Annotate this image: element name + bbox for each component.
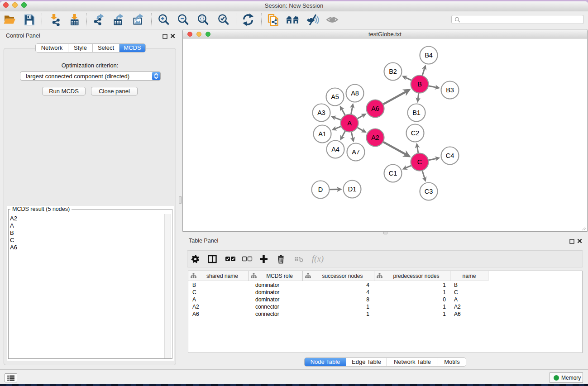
tab-style[interactable]: Style	[68, 44, 93, 52]
export-image-button[interactable]	[132, 13, 145, 27]
node-C[interactable]: C	[411, 153, 429, 171]
edge-C-C1[interactable]	[406, 166, 411, 168]
select-all-button[interactable]	[225, 255, 238, 266]
edge-A6-B[interactable]	[383, 92, 406, 105]
settings-button[interactable]	[191, 255, 204, 266]
zoom-selected-button[interactable]	[217, 13, 230, 27]
show-hidden-button[interactable]	[326, 13, 339, 27]
tab-mcds[interactable]: MCDS	[120, 44, 145, 52]
memory-button[interactable]: Memory	[550, 372, 583, 383]
table-panel-close-icon[interactable]	[577, 238, 582, 243]
tab-select[interactable]: Select	[93, 44, 120, 52]
refresh-button[interactable]	[241, 13, 255, 27]
import-table-button[interactable]	[67, 13, 81, 27]
split-view-button[interactable]	[208, 255, 220, 266]
node-A[interactable]: A	[341, 114, 359, 132]
duplicate-network-button[interactable]	[266, 13, 280, 27]
node-A6[interactable]: A6	[367, 100, 384, 118]
edge-B-B1[interactable]	[418, 93, 418, 99]
search-input[interactable]	[462, 16, 581, 23]
node-C2[interactable]: C2	[406, 124, 424, 142]
node-D[interactable]: D	[312, 181, 330, 199]
edge-A-A3[interactable]	[335, 118, 341, 120]
edge-C-C3[interactable]	[422, 171, 425, 178]
edge-A-A4[interactable]	[342, 131, 345, 138]
open-session-button[interactable]	[3, 13, 17, 27]
export-network-button[interactable]	[92, 13, 106, 27]
task-history-button[interactable]	[5, 373, 17, 382]
node-B4[interactable]: B4	[420, 47, 438, 64]
tab-network[interactable]: Network	[36, 44, 68, 52]
node-C3[interactable]: C3	[420, 183, 438, 200]
node-A4[interactable]: A4	[327, 141, 344, 158]
edge-A-A7[interactable]	[351, 132, 353, 139]
tab-motifs[interactable]: Motifs	[438, 358, 466, 366]
edge-A-A2[interactable]	[357, 128, 363, 131]
table-row[interactable]: A2connector11A2	[188, 303, 488, 310]
tab-edge-table[interactable]: Edge Table	[346, 358, 387, 366]
mcds-result-scrollbar[interactable]	[164, 214, 171, 358]
edge-B-B3[interactable]	[429, 86, 436, 87]
import-network-button[interactable]	[48, 13, 62, 27]
close-panel-button[interactable]: Close panel	[91, 87, 138, 95]
table-row[interactable]: Bdominator41B	[188, 281, 488, 289]
table-row[interactable]: Adominator80A	[188, 296, 488, 303]
show-all-button[interactable]	[286, 13, 299, 27]
column-header-predecessor-nodes[interactable]: predecessor nodes	[374, 271, 450, 281]
node-B[interactable]: B	[411, 76, 429, 93]
column-header-successor-nodes[interactable]: successor nodes	[303, 271, 374, 281]
node-A1[interactable]: A1	[314, 125, 331, 143]
delete-column-button[interactable]	[277, 255, 289, 266]
split-view-icon	[208, 255, 220, 264]
vertical-splitter-handle[interactable]	[179, 196, 182, 204]
table-panel-float-icon[interactable]	[569, 239, 574, 244]
edge-B-B2[interactable]	[405, 77, 411, 80]
zoom-fit-button[interactable]	[196, 13, 210, 27]
add-column-button[interactable]	[259, 255, 272, 266]
node-A2[interactable]: A2	[367, 129, 384, 147]
table-row[interactable]: Cdominator41C	[188, 289, 488, 296]
tab-node-table[interactable]: Node Table	[305, 358, 346, 366]
edge-A2-C[interactable]	[383, 142, 406, 155]
table-cell: A	[188, 296, 249, 303]
node-A5[interactable]: A5	[326, 88, 344, 106]
graph-nodes: B4B2BB3A8A5A6A3B1AC2A1A2A4A7C4CC1DD1C3	[312, 47, 459, 200]
column-header-shared-name[interactable]: shared name	[188, 271, 249, 281]
save-session-button[interactable]	[23, 13, 36, 27]
resize-grip-icon[interactable]	[581, 225, 587, 231]
node-A8[interactable]: A8	[346, 85, 364, 102]
deselect-all-button[interactable]	[242, 255, 255, 266]
search-box[interactable]	[451, 15, 584, 24]
horizontal-splitter-handle[interactable]	[383, 231, 387, 234]
network-canvas-svg[interactable]: B4B2BB3A8A5A6A3B1AC2A1A2A4A7C4CC1DD1C3	[183, 39, 587, 231]
node-A3[interactable]: A3	[313, 104, 330, 122]
edge-A-A8[interactable]	[351, 107, 353, 114]
edge-C-C2[interactable]	[417, 147, 418, 153]
node-C4[interactable]: C4	[441, 147, 459, 165]
node-B1[interactable]: B1	[408, 104, 425, 122]
table-row[interactable]: A6connector11A6	[188, 310, 488, 318]
node-A7[interactable]: A7	[347, 143, 365, 161]
node-D1[interactable]: D1	[344, 181, 361, 198]
hide-selected-button[interactable]	[306, 13, 320, 27]
edge-C-C4[interactable]	[429, 158, 437, 160]
node-C1[interactable]: C1	[384, 165, 402, 182]
zoom-out-button[interactable]	[177, 13, 190, 27]
criterion-dropdown[interactable]: largest connected component (directed)	[20, 71, 161, 81]
edge-A-A6[interactable]	[357, 115, 363, 119]
node-B3[interactable]: B3	[441, 81, 459, 99]
edge-A-A1[interactable]	[335, 126, 341, 129]
column-header-MCDS-role[interactable]: MCDS role	[249, 271, 303, 281]
zoom-in-button[interactable]	[157, 13, 171, 27]
edge-B-B4[interactable]	[422, 68, 425, 76]
edge-A-A5[interactable]	[342, 109, 345, 115]
run-mcds-button[interactable]: Run MCDS	[42, 87, 86, 95]
node-label-A6: A6	[371, 105, 379, 112]
control-panel-float-icon[interactable]	[163, 34, 167, 39]
column-label: name	[450, 273, 488, 279]
column-header-name[interactable]: name	[450, 271, 488, 281]
node-B2[interactable]: B2	[384, 63, 402, 81]
control-panel-close-icon[interactable]	[170, 33, 175, 38]
export-table-button[interactable]	[112, 13, 125, 27]
tab-network-table[interactable]: Network Table	[387, 358, 438, 366]
